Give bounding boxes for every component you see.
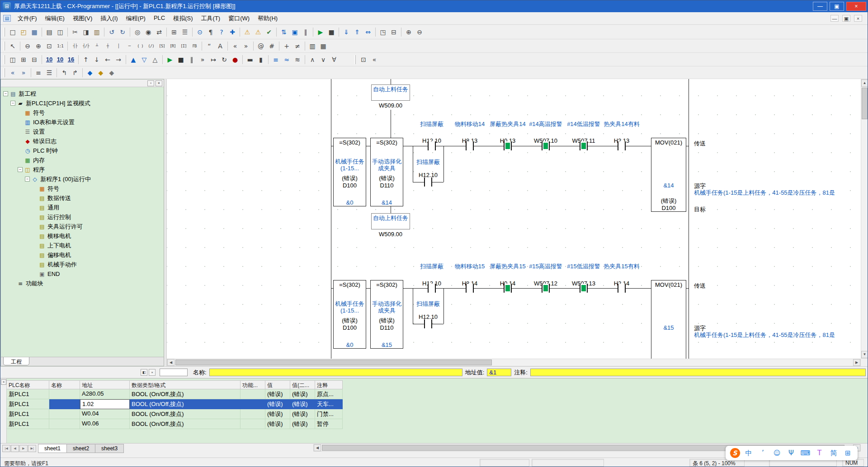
tree-item-3[interactable]: ▥IO表和单元设置: [1, 117, 164, 127]
tree-item-19[interactable]: ▣END: [1, 269, 164, 279]
sheet-nav-0-icon[interactable]: |◀: [2, 445, 10, 452]
save-icon[interactable]: ▦: [29, 27, 40, 37]
compile-all-icon[interactable]: ⚠: [253, 27, 264, 37]
sheet-nav-3-icon[interactable]: ▶|: [28, 445, 36, 452]
symbol-bar-close-icon[interactable]: ×: [149, 369, 156, 376]
ime-skin-icon[interactable]: T: [814, 448, 825, 458]
contact-or-nc-icon[interactable]: ┼: [102, 41, 113, 51]
tree-expander-icon[interactable]: −: [10, 101, 15, 106]
tree-item-12[interactable]: ▤通用: [1, 203, 164, 212]
sim-pause-icon[interactable]: ∥: [186, 54, 197, 65]
tree-item-9[interactable]: −◇新程序1 (00)运行中: [1, 174, 164, 184]
tree-item-14[interactable]: ▤夹具运行许可: [1, 222, 164, 231]
set-instr-icon[interactable]: [S]: [156, 41, 167, 51]
go-bottom-icon[interactable]: ↓: [91, 54, 102, 65]
marker-gray-icon[interactable]: ◆: [106, 67, 117, 78]
output-window-icon[interactable]: ⊟: [29, 54, 40, 65]
instruction-box-icon[interactable]: [I]: [178, 41, 189, 51]
contact-on[interactable]: [580, 141, 588, 150]
tree-item-16[interactable]: ▤上下电机: [1, 241, 164, 250]
context-help-icon[interactable]: ✚: [227, 27, 238, 37]
verify-icon[interactable]: ⇔: [363, 27, 373, 37]
grid-icon[interactable]: ⊞: [169, 27, 179, 37]
indent-icon[interactable]: »: [18, 67, 29, 78]
tree-expander-icon[interactable]: −: [18, 167, 23, 172]
name-field[interactable]: [209, 369, 462, 376]
watch-column-header[interactable]: 功能...: [241, 380, 265, 389]
download-icon[interactable]: ⇓: [341, 27, 352, 37]
watch-column-header[interactable]: 数据类型/格式: [130, 380, 241, 389]
maximize-button[interactable]: ▣: [830, 2, 844, 11]
pause-monitor-icon[interactable]: ∥: [300, 27, 311, 37]
pin-toolbar-icon[interactable]: ⊡: [358, 54, 369, 65]
prev-ref-icon[interactable]: «: [230, 41, 241, 51]
coil-no-icon[interactable]: ( ): [135, 41, 146, 51]
program-check-icon[interactable]: ✔: [264, 27, 274, 37]
mdi-restore-icon[interactable]: ▣: [842, 15, 850, 22]
marker-amber-icon[interactable]: ◆: [95, 67, 106, 78]
contact-on[interactable]: [504, 141, 512, 150]
toolbar-grip[interactable]: [354, 55, 356, 64]
menu-文件(F)[interactable]: 文件(F): [14, 13, 41, 24]
menu-模拟(S)[interactable]: 模拟(S): [169, 13, 197, 24]
cut-icon[interactable]: ✂: [70, 27, 80, 37]
watch-window-icon[interactable]: ⊞: [18, 54, 29, 65]
outdent-icon[interactable]: «: [7, 67, 18, 78]
close-panel-icon[interactable]: ×: [156, 80, 162, 86]
mov-block[interactable]: MOV(021)&15: [651, 280, 686, 359]
tab-project[interactable]: 工程: [3, 357, 29, 365]
go-top-icon[interactable]: ↑: [80, 54, 91, 65]
sheet-tab-sheet2[interactable]: sheet2: [66, 444, 95, 453]
watch-add-icon[interactable]: +: [281, 41, 292, 51]
cross-ref-icon[interactable]: #: [266, 41, 277, 51]
menu-帮助(H)[interactable]: 帮助(H): [254, 13, 282, 24]
zoom-fit-icon[interactable]: ⊡: [44, 41, 55, 51]
align-3-icon[interactable]: ≋: [292, 54, 303, 65]
contact-on[interactable]: [542, 284, 550, 293]
ladder-hscrollbar[interactable]: ◀ ▶: [167, 359, 861, 366]
child-window-icon[interactable]: ▤: [3, 15, 11, 22]
sheet-nav-1-icon[interactable]: ◀: [11, 445, 19, 452]
ime-sogou-logo-icon[interactable]: S: [730, 448, 740, 458]
info-icon[interactable]: ⊙: [194, 27, 205, 37]
align-2-icon[interactable]: ≈: [281, 54, 292, 65]
cascade-icon[interactable]: ◳: [377, 27, 388, 37]
sim-step-icon[interactable]: »: [197, 54, 208, 65]
watch-row[interactable]: 新PLC1A280.05BOOL (On/Off,接点)(错误)(错误)原点..…: [7, 389, 343, 399]
find-icon[interactable]: ◎: [132, 27, 143, 37]
contact-off[interactable]: [466, 284, 474, 293]
reset-instr-icon[interactable]: [R]: [167, 41, 178, 51]
address-ref-icon[interactable]: @: [255, 41, 266, 51]
ime-simplified-icon[interactable]: 简: [828, 448, 839, 458]
sheet-tab-sheet1[interactable]: sheet1: [38, 444, 67, 453]
contact-no-icon[interactable]: ┤├: [70, 41, 80, 51]
grid-10b-icon[interactable]: 10: [55, 54, 66, 65]
tile-icon[interactable]: ⊟: [388, 27, 399, 37]
nav-down-icon[interactable]: ↱: [70, 67, 80, 78]
tree-item-4[interactable]: ☰设置: [1, 127, 164, 136]
contact-off[interactable]: [466, 141, 474, 150]
watch-column-header[interactable]: PLC名称: [7, 380, 49, 389]
zoom-100-icon[interactable]: 1:1: [55, 41, 66, 51]
pin-panel-icon[interactable]: ▫: [147, 80, 154, 86]
sim-reset-icon[interactable]: ↻: [219, 54, 230, 65]
watch-scroll-left-icon[interactable]: ◀: [314, 444, 321, 451]
scroll-up-icon[interactable]: ▲: [861, 79, 868, 87]
split-window-icon[interactable]: ◫: [7, 54, 18, 65]
menu-工具(T)[interactable]: 工具(T): [197, 13, 225, 24]
sim-break-icon[interactable]: ●: [230, 54, 241, 65]
menu-插入(I)[interactable]: 插入(I): [96, 13, 122, 24]
toolbar-grip[interactable]: [4, 55, 5, 64]
zoom-in-2-icon[interactable]: ⊕: [33, 41, 44, 51]
menu-视图(V)[interactable]: 视图(V): [69, 13, 96, 24]
compare-block[interactable]: =S(302)手动选择化成夹具(错误)D110&14: [370, 138, 403, 206]
force-off-icon[interactable]: ▽: [139, 54, 150, 65]
zoom-in-icon[interactable]: ⊕: [403, 27, 414, 37]
contact-on[interactable]: [542, 141, 550, 150]
edit-text-icon[interactable]: A: [215, 41, 226, 51]
select-all-icon[interactable]: ∀: [329, 54, 340, 65]
work-online-icon[interactable]: ⇅: [278, 27, 289, 37]
properties-icon[interactable]: ☰: [179, 27, 190, 37]
ladder-diagram-editor[interactable]: =S(302)机械手任务(1-15...(错误)D100&0=S(302)手动选…: [167, 79, 861, 359]
zoom-out-icon[interactable]: ⊖: [414, 27, 425, 37]
